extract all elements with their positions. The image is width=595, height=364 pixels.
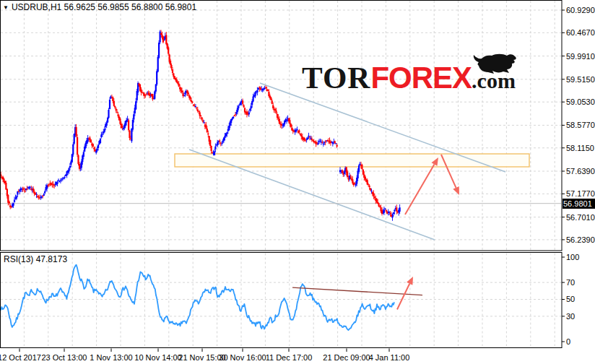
chart-window: ▼USDRUB,H1 56.9625 56.9855 56.8800 56.98… [0, 0, 595, 364]
price-axis-label: 56.7010 [566, 213, 595, 222]
time-axis-label: 4 Jan 11:00 [369, 353, 410, 362]
logo-text-forex: FOREX [370, 62, 472, 94]
torforex-logo: TORFOREX.com [302, 62, 516, 94]
candlesticks-down-wicks [1, 30, 398, 217]
price-axis-label: 57.1770 [566, 189, 595, 198]
price-axis-label: 58.5770 [566, 121, 595, 129]
rsi-scale-label: 70 [566, 278, 575, 287]
symbol-ohlc-text: USDRUB,H1 56.9625 56.9855 56.8800 56.980… [12, 2, 196, 12]
price-axis-label: 60.9290 [566, 6, 595, 14]
price-axis-label: 59.9910 [566, 52, 595, 61]
time-axis-label: 21 Dec 09:00 [323, 353, 370, 362]
time-axis-label: 30 Nov 16:00 [219, 353, 266, 362]
rsi-scale-label: 30 [566, 312, 575, 321]
price-axis-label: 56.2390 [566, 235, 595, 244]
price-axis-label: 59.0530 [566, 98, 595, 106]
resistance-zone[interactable] [175, 154, 529, 167]
rsi-panel-border [1, 253, 563, 348]
rsi-scale-label: 0 [566, 337, 570, 346]
rsi-scale-label: 50 [566, 295, 575, 303]
symbol-dropdown-icon[interactable]: ▼ [3, 4, 9, 11]
logo-text-tor: TOR [302, 62, 370, 94]
price-axis-label: 57.6390 [566, 167, 595, 176]
time-axis-label: 11 Dec 17:00 [266, 353, 313, 362]
price-axis-label: 60.4670 [566, 28, 595, 37]
rsi-indicator-label: RSI(13) 47.8173 [4, 254, 67, 264]
price-axis-label: 59.5150 [566, 75, 595, 84]
time-axis-label: 12 Oct 2017 [0, 353, 41, 362]
time-axis-label: 23 Oct 13:00 [42, 353, 87, 362]
rsi-projection-arrow[interactable] [397, 277, 413, 310]
rsi-scale-label: 100 [566, 253, 579, 261]
bull-icon [471, 53, 518, 74]
time-axis-label: 10 Nov 14:00 [134, 353, 181, 362]
rsi-line [0, 265, 394, 330]
time-axis-label: 1 Nov 13:00 [90, 353, 132, 362]
price-axis-label: 58.1150 [566, 144, 594, 152]
symbol-info: ▼USDRUB,H1 56.9625 56.9855 56.8800 56.98… [3, 2, 196, 12]
